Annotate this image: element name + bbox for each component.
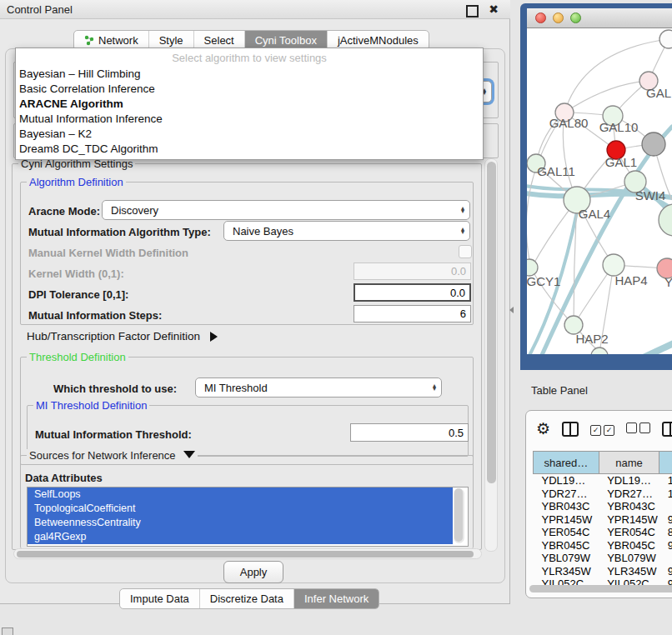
tab-label: Discretize Data bbox=[210, 592, 283, 605]
sources-title-row[interactable]: Sources for Network Inference bbox=[27, 449, 198, 462]
control-panel-titlebar: Control Panel ✖ bbox=[0, 0, 510, 19]
table-cell: YDR27… bbox=[534, 488, 599, 501]
table-panel-title: Table Panel bbox=[531, 384, 588, 397]
columns-icon[interactable] bbox=[562, 422, 579, 437]
table-cell: YBR045C bbox=[534, 539, 599, 552]
attributes-scrollbar[interactable] bbox=[454, 488, 464, 543]
table-cell bbox=[659, 500, 672, 513]
hub-definition-toggle[interactable]: Hub/Transcription Factor Definition bbox=[27, 330, 218, 342]
algorithm-option[interactable]: Basic Correlation Inference bbox=[16, 82, 483, 97]
data-attribute-item[interactable]: gal4RGexp bbox=[28, 530, 453, 544]
node-gcy1[interactable] bbox=[527, 259, 538, 276]
panel-divider-handle[interactable] bbox=[509, 307, 514, 313]
table-cell: 9. bbox=[659, 539, 672, 552]
table-row[interactable]: YBR045CYBR045C9. bbox=[534, 539, 672, 552]
mi-algorithm-type-label: Mutual Information Algorithm Type: bbox=[28, 226, 211, 238]
data-attribute-item[interactable]: SelfLoops bbox=[28, 488, 453, 502]
table-row[interactable]: YBL079WYBL079W bbox=[534, 552, 672, 565]
dpi-tolerance-field[interactable]: 0.0 bbox=[354, 283, 471, 302]
node-label: HAP4 bbox=[614, 273, 647, 288]
table-horizontal-scrollbar[interactable] bbox=[529, 585, 672, 592]
close-traffic-light-icon[interactable] bbox=[535, 12, 546, 23]
minimize-traffic-light-icon[interactable] bbox=[553, 12, 564, 23]
deselect-all-checkboxes-icon[interactable] bbox=[626, 422, 650, 436]
table-cell: YER054C bbox=[599, 526, 659, 539]
close-window-icon[interactable]: ✖ bbox=[489, 2, 499, 16]
table-cell: YDR27… bbox=[599, 488, 659, 501]
new-table-icon[interactable] bbox=[662, 422, 672, 437]
node-label: GCY1 bbox=[527, 274, 560, 288]
table-row[interactable]: YER054CYER054C8. bbox=[534, 526, 672, 539]
table-cell: YBL079W bbox=[599, 552, 659, 565]
table-row[interactable]: YDL19…YDL19…13 bbox=[534, 474, 672, 488]
apply-button[interactable]: Apply bbox=[223, 561, 283, 583]
select-all-checkboxes-icon[interactable]: ✓✓ bbox=[590, 422, 614, 436]
tab-label: jActiveMNodules bbox=[338, 34, 419, 47]
float-window-icon[interactable] bbox=[466, 5, 479, 18]
algorithm-option[interactable]: ARACNE Algorithm bbox=[16, 97, 483, 112]
network-view-titlebar[interactable] bbox=[527, 8, 672, 28]
settings-horizontal-scrollbar[interactable] bbox=[13, 548, 482, 559]
which-threshold-combo[interactable]: MI Threshold ▴▾ bbox=[195, 378, 442, 398]
table-row[interactable]: YLR345WYLR345W9. bbox=[534, 565, 672, 578]
tab-infer-network[interactable]: Infer Network bbox=[294, 589, 379, 608]
algorithm-option[interactable]: Bayesian – Hill Climbing bbox=[16, 67, 483, 82]
node[interactable] bbox=[591, 348, 608, 354]
control-panel-title: Control Panel bbox=[7, 3, 73, 16]
settings-vertical-scrollbar-thumb[interactable] bbox=[487, 162, 496, 483]
settings-vertical-scrollbar[interactable] bbox=[484, 158, 498, 552]
mi-threshold-definition-title: MI Threshold Definition bbox=[33, 399, 149, 412]
table-row[interactable]: YDR27…YDR27…12 bbox=[534, 488, 672, 501]
algorithm-option[interactable]: Dream8 DC_TDC Algorithm bbox=[16, 142, 483, 157]
threshold-definition-title: Threshold Definition bbox=[27, 351, 128, 363]
column-header-shared…[interactable]: shared… bbox=[534, 452, 599, 474]
manual-kernel-width-checkbox[interactable] bbox=[459, 245, 472, 258]
tab-impute-data[interactable]: Impute Data bbox=[120, 589, 200, 608]
tab-discretize-data[interactable]: Discretize Data bbox=[200, 589, 294, 608]
mi-steps-field[interactable]: 6 bbox=[354, 305, 471, 322]
mi-threshold-label: Mutual Information Threshold: bbox=[35, 428, 192, 441]
which-threshold-label: Which threshold to use: bbox=[53, 382, 177, 395]
mi-threshold-field[interactable]: 0.5 bbox=[350, 423, 469, 442]
table-cell: YLR345W bbox=[534, 565, 599, 578]
node-label: GAL80 bbox=[549, 116, 589, 130]
settings-horizontal-scrollbar-thumb[interactable] bbox=[17, 551, 474, 558]
kernel-width-field[interactable]: 0.0 bbox=[354, 262, 471, 280]
data-attributes-list: SelfLoopsTopologicalCoefficientBetweenne… bbox=[27, 487, 469, 547]
node-label: GAL10 bbox=[599, 120, 639, 134]
algorithm-dropdown-prompt: Select algorithm to view settings bbox=[16, 48, 483, 67]
column-header-A[interactable]: A bbox=[659, 452, 672, 474]
kernel-width-value: 0.0 bbox=[451, 265, 466, 278]
table-row[interactable]: YPR145WYPR145W9. bbox=[534, 513, 672, 527]
table-cell: YLR345W bbox=[599, 565, 659, 578]
manual-kernel-width-label: Manual Kernel Width Definition bbox=[28, 247, 188, 259]
hub-definition-label: Hub/Transcription Factor Definition bbox=[27, 330, 200, 342]
node[interactable] bbox=[659, 30, 672, 48]
algorithm-option[interactable]: Bayesian – K2 bbox=[16, 127, 483, 142]
node[interactable] bbox=[642, 132, 665, 156]
node-label: GAL11 bbox=[537, 164, 575, 178]
aracne-mode-value: Discovery bbox=[111, 204, 158, 217]
mi-algorithm-type-combo[interactable]: Naive Bayes ▴▾ bbox=[223, 221, 470, 241]
data-attribute-item[interactable]: BetweennessCentrality bbox=[28, 516, 453, 530]
attributes-scrollbar-thumb[interactable] bbox=[454, 488, 463, 542]
mi-steps-label: Mutual Information Steps: bbox=[28, 309, 162, 322]
column-header-name[interactable]: name bbox=[599, 452, 659, 474]
table-cell: YDL19… bbox=[534, 474, 599, 488]
gear-icon[interactable]: ⚙ bbox=[536, 419, 550, 438]
algorithm-option[interactable]: Mutual Information Inference bbox=[16, 112, 483, 127]
table-cell: 13 bbox=[659, 474, 672, 488]
data-attribute-item[interactable]: TopologicalCoefficient bbox=[28, 502, 453, 516]
table-row[interactable]: YBR043CYBR043C bbox=[534, 500, 672, 513]
table-toolbar: ⚙ ✓✓ bbox=[536, 419, 672, 438]
zoom-traffic-light-icon[interactable] bbox=[570, 12, 581, 23]
aracne-mode-label: Aracne Mode: bbox=[28, 205, 100, 218]
aracne-mode-combo[interactable]: Discovery ▴▾ bbox=[102, 200, 470, 220]
table-cell: 9. bbox=[659, 565, 672, 578]
which-threshold-value: MI Threshold bbox=[204, 382, 268, 394]
combo-stepper-icon: ▴▾ bbox=[433, 384, 436, 391]
node[interactable] bbox=[659, 204, 672, 236]
network-canvas[interactable]: GALGAL80GAL10GAL1GAL11SWI4GAL4GCY1HAP4YH… bbox=[527, 28, 672, 354]
corner-grip-icon[interactable] bbox=[2, 628, 13, 635]
node-label: SWI4 bbox=[635, 188, 666, 202]
